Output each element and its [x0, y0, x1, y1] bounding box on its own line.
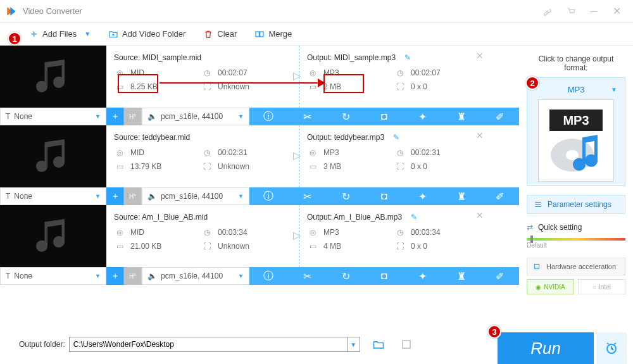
minimize-button[interactable]: ─ [582, 3, 605, 20]
audio-codec-dropdown[interactable]: 🔈pcm_s16le, 44100 ▼ [142, 108, 249, 125]
audio-codec-dropdown[interactable]: 🔈pcm_s16le, 44100▼ [142, 187, 249, 205]
file-thumbnail[interactable] [0, 125, 106, 187]
remove-entry-button[interactable]: ✕ [476, 51, 484, 61]
quick-setting-label: Quick setting [538, 223, 582, 232]
codec-value: pcm_s16le, 44100 [161, 112, 223, 121]
output-folder-dropdown[interactable]: ▼ [348, 337, 360, 352]
remove-entry-button[interactable]: ✕ [476, 130, 484, 141]
arrow-right-icon: ▷ [293, 229, 301, 241]
rename-icon[interactable]: ✎ [411, 213, 417, 222]
remove-entry-button[interactable]: ✕ [476, 210, 484, 220]
annotation-badge-2: 2 [525, 76, 539, 90]
annotation-highlight-output-format [323, 74, 364, 93]
source-format: MID [130, 228, 144, 237]
rotate-icon[interactable]: ↻ [327, 108, 365, 125]
edit-subtitle-icon[interactable]: ✐ [480, 187, 519, 205]
toggle-icon[interactable]: ⇄ [527, 223, 533, 232]
hd-button[interactable]: H° [124, 187, 142, 205]
hd-button[interactable]: H° [124, 108, 142, 125]
cut-icon[interactable]: ✂ [288, 187, 327, 205]
rename-icon[interactable]: ✎ [393, 133, 399, 142]
info-icon[interactable]: ⓘ [249, 187, 288, 205]
effects-icon[interactable]: ✦ [403, 187, 442, 205]
music-note-icon [30, 213, 76, 259]
chip-icon [532, 262, 541, 271]
codec-value: pcm_s16le, 44100 [161, 272, 223, 280]
rotate-icon[interactable]: ↻ [327, 267, 365, 285]
nvidia-chip[interactable]: ◉NVIDIA [527, 279, 574, 294]
annotation-arrow [160, 82, 324, 84]
rotate-icon[interactable]: ↻ [327, 187, 365, 205]
film-icon[interactable] [397, 335, 416, 354]
quality-slider[interactable] [527, 238, 625, 241]
rename-icon[interactable]: ✎ [404, 53, 411, 62]
add-folder-button[interactable]: Add Video Folder [108, 29, 185, 39]
crop-icon[interactable]: ◘ [365, 187, 404, 205]
annotation-badge-3: 3 [487, 325, 501, 339]
output-duration: 00:02:07 [411, 68, 441, 77]
source-resolution: Unknown [218, 82, 249, 91]
app-logo-icon [5, 5, 18, 18]
add-track-button[interactable]: ＋ [106, 187, 124, 205]
plus-icon: ＋ [29, 28, 39, 40]
subtitle-dropdown[interactable]: TNone▼ [0, 267, 106, 285]
run-button[interactable]: Run [498, 332, 594, 364]
file-entry: Source: MIDI_sample.mid ◎MID ◷00:02:07 ▭… [0, 46, 519, 125]
source-size: 21.00 KB [130, 242, 161, 251]
cut-icon[interactable]: ✂ [288, 108, 327, 125]
source-resolution: Unknown [218, 242, 249, 251]
crop-icon[interactable]: ◘ [365, 267, 404, 285]
add-files-button[interactable]: ＋ Add Files ▼ [29, 28, 91, 40]
key-icon[interactable] [537, 3, 560, 20]
cut-icon[interactable]: ✂ [288, 267, 327, 285]
output-resolution: 0 x 0 [411, 162, 427, 171]
edit-subtitle-icon[interactable]: ✐ [480, 108, 519, 125]
subtitle-dropdown[interactable]: TNone ▼ [0, 108, 106, 125]
crop-icon[interactable]: ◘ [365, 108, 404, 125]
svg-rect-0 [256, 32, 259, 37]
info-icon[interactable]: ⓘ [249, 267, 288, 285]
output-folder-input[interactable] [69, 337, 348, 352]
svg-text:MP3: MP3 [563, 113, 589, 127]
intel-label: Intel [599, 284, 611, 291]
info-icon[interactable]: ⓘ [249, 108, 288, 125]
run-label: Run [530, 339, 561, 358]
output-format-name: MP3 [568, 85, 585, 94]
watermark-icon[interactable]: ♜ [442, 108, 480, 125]
watermark-icon[interactable]: ♜ [442, 187, 480, 205]
intel-chip[interactable]: ○Intel [578, 279, 625, 294]
effects-icon[interactable]: ✦ [403, 108, 442, 125]
schedule-button[interactable] [596, 332, 627, 364]
parameter-settings-button[interactable]: Parameter settings [527, 195, 625, 214]
close-button[interactable]: ✕ [605, 3, 628, 20]
effects-icon[interactable]: ✦ [403, 267, 442, 285]
file-thumbnail[interactable] [0, 46, 106, 108]
dimensions-icon: ⛶ [394, 81, 406, 92]
file-thumbnail[interactable] [0, 205, 106, 267]
subtitle-dropdown[interactable]: TNone▼ [0, 187, 106, 205]
speaker-icon: 🔈 [147, 112, 157, 121]
clock-icon: ◷ [201, 67, 213, 78]
add-track-button[interactable]: ＋ [106, 108, 124, 125]
watermark-icon[interactable]: ♜ [442, 267, 480, 285]
open-folder-icon[interactable] [369, 335, 388, 354]
output-format-card[interactable]: MP3▼ MP3 [527, 77, 625, 186]
intel-circle-icon: ○ [592, 284, 596, 291]
hd-button[interactable]: H° [124, 267, 142, 285]
nvidia-eye-icon: ◉ [536, 284, 541, 291]
clear-button[interactable]: Clear [203, 29, 237, 39]
param-label: Parameter settings [548, 200, 611, 209]
hardware-accel-button[interactable]: Hardware acceleration [527, 258, 625, 275]
music-note-icon [30, 54, 76, 99]
add-track-button[interactable]: ＋ [106, 267, 124, 285]
svg-rect-6 [535, 265, 539, 269]
cart-icon[interactable] [560, 3, 582, 20]
merge-button[interactable]: Merge [254, 29, 292, 39]
chevron-down-icon: ▼ [611, 86, 617, 93]
source-duration: 00:03:34 [218, 228, 248, 237]
add-folder-label: Add Video Folder [122, 29, 185, 39]
audio-codec-dropdown[interactable]: 🔈pcm_s16le, 44100▼ [142, 267, 249, 285]
output-duration: 00:03:34 [411, 228, 441, 237]
edit-subtitle-icon[interactable]: ✐ [480, 267, 519, 285]
chevron-down-icon[interactable]: ▼ [84, 30, 91, 37]
